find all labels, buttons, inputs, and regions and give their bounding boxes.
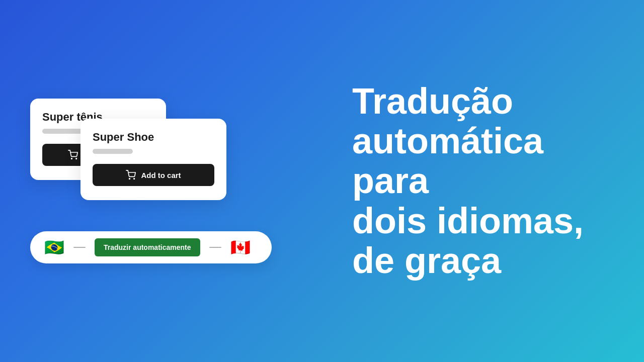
cards-container: Super tênis Adicionar ao Super Shoe: [30, 99, 282, 219]
flag-brazil: 🇧🇷: [44, 239, 64, 255]
headline-line3: dois idiomas,: [352, 201, 584, 241]
add-to-cart-button-english[interactable]: Add to cart: [93, 164, 214, 186]
headline-line4: de graça: [352, 240, 501, 281]
flag-canada: 🇨🇦: [230, 239, 251, 255]
card-title-english: Super Shoe: [93, 131, 214, 144]
translation-bar: 🇧🇷 Traduzir automaticamente 🇨🇦: [30, 231, 272, 263]
add-to-cart-label-english: Add to cart: [141, 171, 181, 179]
svg-point-0: [71, 158, 72, 159]
placeholder-bar-english: [93, 149, 133, 154]
placeholder-bar-portuguese: [42, 129, 83, 134]
dash-right: [209, 247, 221, 248]
translate-automatically-button[interactable]: Traduzir automaticamente: [95, 238, 200, 256]
svg-point-2: [129, 178, 130, 179]
svg-point-3: [134, 178, 135, 179]
product-card-english: Super Shoe Add to cart: [80, 119, 226, 200]
headline-line2: automática para: [352, 121, 543, 201]
headline-line1: Tradução: [352, 81, 513, 121]
svg-point-1: [75, 158, 76, 159]
cart-icon-english: [126, 170, 136, 180]
headline: Tradução automática para dois idiomas, d…: [352, 81, 614, 281]
right-section: Tradução automática para dois idiomas, d…: [322, 81, 614, 281]
cart-icon-portuguese: [68, 150, 78, 160]
dash-left: [73, 247, 86, 248]
left-section: Super tênis Adicionar ao Super Shoe: [30, 99, 312, 263]
